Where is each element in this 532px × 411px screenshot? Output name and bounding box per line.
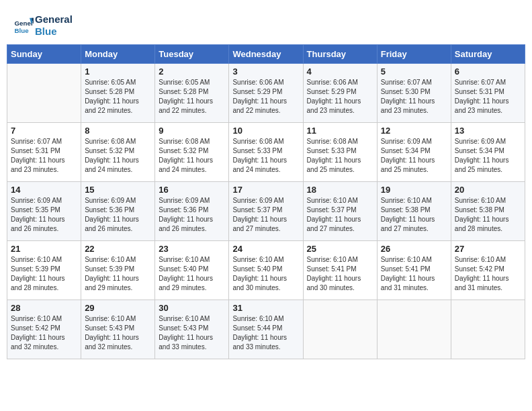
day-info: Sunrise: 6:10 AM Sunset: 5:39 PM Dayligh… <box>85 255 151 293</box>
day-info: Sunrise: 6:10 AM Sunset: 5:43 PM Dayligh… <box>85 314 151 352</box>
day-number: 16 <box>159 185 225 195</box>
day-info: Sunrise: 6:05 AM Sunset: 5:28 PM Dayligh… <box>159 78 225 116</box>
calendar-cell <box>7 64 81 123</box>
calendar-cell: 24Sunrise: 6:10 AM Sunset: 5:40 PM Dayli… <box>229 241 303 300</box>
calendar-cell: 18Sunrise: 6:10 AM Sunset: 5:37 PM Dayli… <box>303 182 377 241</box>
calendar-week-row: 7Sunrise: 6:07 AM Sunset: 5:31 PM Daylig… <box>7 123 525 182</box>
day-info: Sunrise: 6:10 AM Sunset: 5:41 PM Dayligh… <box>381 255 447 293</box>
calendar-cell: 17Sunrise: 6:09 AM Sunset: 5:37 PM Dayli… <box>229 182 303 241</box>
day-info: Sunrise: 6:06 AM Sunset: 5:29 PM Dayligh… <box>232 78 299 116</box>
calendar-cell <box>303 300 377 359</box>
day-number: 20 <box>455 185 521 195</box>
day-info: Sunrise: 6:10 AM Sunset: 5:38 PM Dayligh… <box>455 196 521 234</box>
day-number: 8 <box>85 126 151 136</box>
calendar-table: SundayMondayTuesdayWednesdayThursdayFrid… <box>7 44 525 359</box>
day-info: Sunrise: 6:10 AM Sunset: 5:42 PM Dayligh… <box>11 314 77 352</box>
day-info: Sunrise: 6:05 AM Sunset: 5:28 PM Dayligh… <box>85 78 151 116</box>
column-header-thursday: Thursday <box>303 45 377 64</box>
day-info: Sunrise: 6:10 AM Sunset: 5:42 PM Dayligh… <box>455 255 521 293</box>
column-header-saturday: Saturday <box>451 45 525 64</box>
day-number: 7 <box>11 126 77 136</box>
day-info: Sunrise: 6:10 AM Sunset: 5:38 PM Dayligh… <box>381 196 447 234</box>
calendar-cell <box>377 300 451 359</box>
day-number: 22 <box>85 244 151 254</box>
calendar-cell: 19Sunrise: 6:10 AM Sunset: 5:38 PM Dayli… <box>377 182 451 241</box>
logo-text-line2: Blue <box>35 26 73 38</box>
calendar-cell: 30Sunrise: 6:10 AM Sunset: 5:43 PM Dayli… <box>155 300 229 359</box>
calendar-cell: 10Sunrise: 6:08 AM Sunset: 5:33 PM Dayli… <box>229 123 303 182</box>
calendar-cell: 21Sunrise: 6:10 AM Sunset: 5:39 PM Dayli… <box>7 241 81 300</box>
day-info: Sunrise: 6:10 AM Sunset: 5:43 PM Dayligh… <box>159 314 225 352</box>
day-info: Sunrise: 6:10 AM Sunset: 5:39 PM Dayligh… <box>11 255 77 293</box>
calendar-week-row: 14Sunrise: 6:09 AM Sunset: 5:35 PM Dayli… <box>7 182 525 241</box>
day-info: Sunrise: 6:10 AM Sunset: 5:40 PM Dayligh… <box>232 255 299 293</box>
calendar-cell: 11Sunrise: 6:08 AM Sunset: 5:33 PM Dayli… <box>303 123 377 182</box>
day-info: Sunrise: 6:09 AM Sunset: 5:36 PM Dayligh… <box>85 196 151 234</box>
day-info: Sunrise: 6:09 AM Sunset: 5:37 PM Dayligh… <box>232 196 299 234</box>
calendar-cell: 3Sunrise: 6:06 AM Sunset: 5:29 PM Daylig… <box>229 64 303 123</box>
day-number: 28 <box>11 303 77 313</box>
calendar-cell: 6Sunrise: 6:07 AM Sunset: 5:31 PM Daylig… <box>451 64 525 123</box>
calendar-cell: 25Sunrise: 6:10 AM Sunset: 5:41 PM Dayli… <box>303 241 377 300</box>
calendar-cell: 26Sunrise: 6:10 AM Sunset: 5:41 PM Dayli… <box>377 241 451 300</box>
day-info: Sunrise: 6:08 AM Sunset: 5:33 PM Dayligh… <box>307 137 373 175</box>
calendar-cell: 12Sunrise: 6:09 AM Sunset: 5:34 PM Dayli… <box>377 123 451 182</box>
calendar-cell: 15Sunrise: 6:09 AM Sunset: 5:36 PM Dayli… <box>81 182 155 241</box>
day-number: 5 <box>381 66 447 77</box>
calendar-cell: 8Sunrise: 6:08 AM Sunset: 5:32 PM Daylig… <box>81 123 155 182</box>
day-info: Sunrise: 6:10 AM Sunset: 5:40 PM Dayligh… <box>159 255 225 293</box>
day-number: 23 <box>159 244 225 254</box>
day-number: 18 <box>307 185 373 195</box>
day-number: 9 <box>159 126 225 136</box>
calendar-cell: 4Sunrise: 6:06 AM Sunset: 5:29 PM Daylig… <box>303 64 377 123</box>
day-number: 3 <box>232 66 299 77</box>
calendar-cell: 14Sunrise: 6:09 AM Sunset: 5:35 PM Dayli… <box>7 182 81 241</box>
calendar-cell: 16Sunrise: 6:09 AM Sunset: 5:36 PM Dayli… <box>155 182 229 241</box>
day-number: 30 <box>159 303 225 313</box>
day-number: 31 <box>232 303 299 313</box>
column-header-tuesday: Tuesday <box>155 45 229 64</box>
day-number: 1 <box>85 66 151 77</box>
day-info: Sunrise: 6:10 AM Sunset: 5:37 PM Dayligh… <box>307 196 373 234</box>
day-info: Sunrise: 6:10 AM Sunset: 5:41 PM Dayligh… <box>307 255 373 293</box>
day-number: 29 <box>85 303 151 313</box>
day-number: 25 <box>307 244 373 254</box>
calendar-cell: 22Sunrise: 6:10 AM Sunset: 5:39 PM Dayli… <box>81 241 155 300</box>
column-header-monday: Monday <box>81 45 155 64</box>
day-info: Sunrise: 6:07 AM Sunset: 5:30 PM Dayligh… <box>381 78 447 116</box>
calendar-cell: 2Sunrise: 6:05 AM Sunset: 5:28 PM Daylig… <box>155 64 229 123</box>
day-info: Sunrise: 6:09 AM Sunset: 5:36 PM Dayligh… <box>159 196 225 234</box>
day-number: 12 <box>381 126 447 136</box>
calendar-cell: 1Sunrise: 6:05 AM Sunset: 5:28 PM Daylig… <box>81 64 155 123</box>
day-info: Sunrise: 6:09 AM Sunset: 5:34 PM Dayligh… <box>455 137 521 175</box>
day-info: Sunrise: 6:08 AM Sunset: 5:32 PM Dayligh… <box>159 137 225 175</box>
logo-icon: General Blue <box>13 15 34 36</box>
day-info: Sunrise: 6:09 AM Sunset: 5:34 PM Dayligh… <box>381 137 447 175</box>
calendar-week-row: 1Sunrise: 6:05 AM Sunset: 5:28 PM Daylig… <box>7 64 525 123</box>
day-number: 13 <box>455 126 521 136</box>
day-info: Sunrise: 6:07 AM Sunset: 5:31 PM Dayligh… <box>455 78 521 116</box>
day-number: 14 <box>11 185 77 195</box>
day-number: 11 <box>307 126 373 136</box>
calendar-week-row: 28Sunrise: 6:10 AM Sunset: 5:42 PM Dayli… <box>7 300 525 359</box>
logo: General Blue General Blue <box>13 13 73 38</box>
day-number: 19 <box>381 185 447 195</box>
day-info: Sunrise: 6:06 AM Sunset: 5:29 PM Dayligh… <box>307 78 373 116</box>
day-number: 21 <box>11 244 77 254</box>
day-number: 2 <box>159 66 225 77</box>
day-number: 17 <box>232 185 299 195</box>
day-info: Sunrise: 6:08 AM Sunset: 5:33 PM Dayligh… <box>232 137 299 175</box>
calendar-cell <box>451 300 525 359</box>
day-number: 4 <box>307 66 373 77</box>
calendar-cell: 23Sunrise: 6:10 AM Sunset: 5:40 PM Dayli… <box>155 241 229 300</box>
day-number: 15 <box>85 185 151 195</box>
calendar-header-row: SundayMondayTuesdayWednesdayThursdayFrid… <box>7 45 525 64</box>
calendar-cell: 5Sunrise: 6:07 AM Sunset: 5:30 PM Daylig… <box>377 64 451 123</box>
calendar-cell: 27Sunrise: 6:10 AM Sunset: 5:42 PM Dayli… <box>451 241 525 300</box>
calendar-cell: 28Sunrise: 6:10 AM Sunset: 5:42 PM Dayli… <box>7 300 81 359</box>
calendar-cell: 29Sunrise: 6:10 AM Sunset: 5:43 PM Dayli… <box>81 300 155 359</box>
day-number: 24 <box>232 244 299 254</box>
day-info: Sunrise: 6:08 AM Sunset: 5:32 PM Dayligh… <box>85 137 151 175</box>
calendar-cell: 31Sunrise: 6:10 AM Sunset: 5:44 PM Dayli… <box>229 300 303 359</box>
day-info: Sunrise: 6:10 AM Sunset: 5:44 PM Dayligh… <box>232 314 299 352</box>
